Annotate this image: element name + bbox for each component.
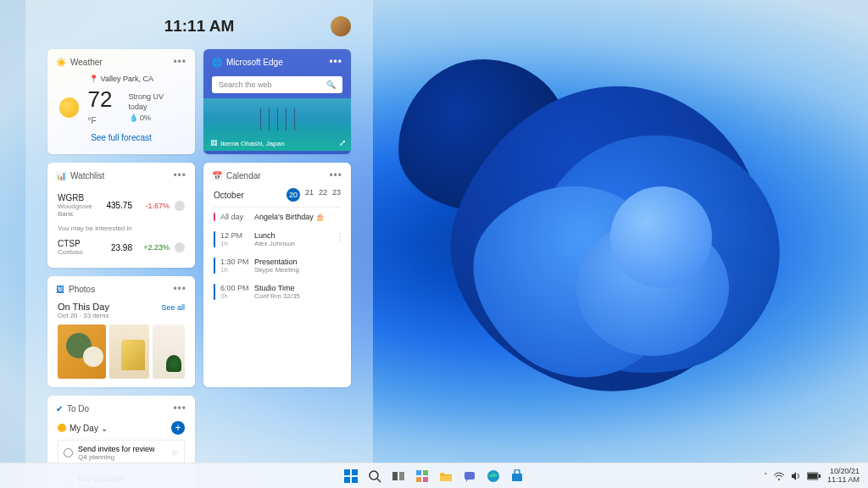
svg-point-16 [778,479,780,480]
chevron-down-icon: ⌄ [101,424,108,433]
edge-photo: 🖼 Ikema Ohashi, Japan ⤢ [203,98,351,151]
card-title: Watchlist [70,171,104,180]
star-icon[interactable]: ☆ [170,447,179,458]
widgets-panel: 11:11 AM ☀️Weather ••• 📍 Valley Park, CA… [25,0,373,488]
taskbar-clock[interactable]: 10/20/21 11:11 AM [827,468,860,485]
stocks-icon: 📊 [56,171,66,180]
card-title: Weather [70,58,103,67]
stock-row[interactable]: WGRBWoodgrove Bank 435.75 -1.67% [58,190,185,221]
more-icon[interactable]: ••• [329,56,342,68]
tray-chevron-icon[interactable]: ˄ [764,472,768,480]
photo-caption: 🖼 Ikema Ohashi, Japan [210,140,285,147]
add-task-button[interactable]: + [171,421,185,435]
watchlist-note: You may be interested in [58,221,185,236]
weather-icon: ☀️ [56,58,66,67]
card-title: Microsoft Edge [226,58,283,67]
photo-thumb[interactable] [153,324,185,379]
store-button[interactable] [507,466,527,486]
battery-icon[interactable] [807,472,821,480]
wifi-icon[interactable] [773,470,785,482]
see-all-link[interactable]: See all [161,303,185,312]
photos-icon: 🖼 [56,285,64,294]
svg-rect-8 [416,470,421,475]
weather-detail: Strong UV today 💧 0% [129,92,183,124]
svg-rect-6 [392,472,398,480]
search-icon: 🔍 [326,80,336,89]
svg-rect-7 [399,472,404,480]
sun-icon [59,97,79,118]
svg-rect-10 [416,477,421,482]
stock-row[interactable]: CTSPContoso 23.98 +2.23% [58,236,185,259]
photo-thumb[interactable] [109,324,149,379]
calendar-event[interactable]: 6:00 PM3h Studio TimeConf Rm 32/35 [214,279,341,305]
weather-location: 📍 Valley Park, CA [59,75,183,83]
calendar-widget[interactable]: 📅Calendar ••• October 20 21 22 23 [203,163,351,387]
calendar-icon: 📅 [212,171,222,180]
svg-rect-12 [440,474,452,475]
svg-rect-1 [352,469,358,475]
svg-rect-2 [344,477,350,483]
more-icon[interactable]: ●●● [339,231,341,241]
photos-meta: Oct 20 · 33 items [58,312,109,319]
calendar-event[interactable]: All day Angela's Birthday 🎂 [214,208,341,226]
widgets-button[interactable] [412,466,432,486]
calendar-event[interactable]: 12 PM1h LunchAlex Johnson ●●● [214,226,341,252]
edge-button[interactable] [483,466,504,486]
panel-clock: 11:11 AM [164,17,235,36]
svg-rect-13 [465,472,475,480]
photos-heading: On This Day [58,302,109,312]
calendar-strip[interactable]: 20 21 22 23 [287,188,341,202]
svg-rect-0 [344,469,350,475]
edge-icon: 🌐 [212,58,222,67]
weather-widget[interactable]: ☀️Weather ••• 📍 Valley Park, CA 72°F Str… [47,49,195,154]
stock-status-icon [175,201,185,211]
taskbar: ˄ 10/20/21 11:11 AM [0,463,868,488]
sun-icon [58,424,66,432]
temperature: 72 [87,86,112,112]
edge-widget[interactable]: 🌐Microsoft Edge ••• Search the web 🔍 🖼 I… [203,49,351,154]
taskbar-center [341,466,527,486]
stock-status-icon [175,242,185,252]
svg-rect-19 [819,474,821,478]
watchlist-widget[interactable]: 📊Watchlist ••• WGRBWoodgrove Bank 435.75… [47,163,195,268]
photo-thumb[interactable] [58,324,106,379]
chat-button[interactable] [459,466,480,486]
checkbox-icon[interactable] [64,448,73,458]
myday-dropdown[interactable]: My Day ⌄ [70,424,171,433]
card-title: To Do [67,404,89,413]
svg-line-5 [377,479,381,482]
svg-point-4 [370,471,378,480]
forecast-link[interactable]: See full forecast [59,128,183,146]
more-icon[interactable]: ••• [173,283,186,295]
task-view-button[interactable] [388,466,409,486]
svg-rect-18 [808,474,817,479]
svg-rect-3 [352,477,358,483]
search-input[interactable]: Search the web 🔍 [212,76,342,93]
svg-rect-9 [423,470,428,475]
more-icon[interactable]: ••• [173,402,186,414]
user-avatar[interactable] [331,16,351,36]
card-title: Photos [69,285,95,294]
search-button[interactable] [364,466,385,486]
photos-widget[interactable]: 🖼Photos ••• On This Day Oct 20 · 33 item… [47,276,195,387]
card-title: Calendar [226,171,261,180]
explorer-button[interactable] [436,466,456,486]
svg-rect-15 [512,474,522,481]
todo-icon: ✔ [56,404,63,413]
calendar-event[interactable]: 1:30 PM1h PresentationSkype Meeting [214,252,341,279]
calendar-month: October [214,191,287,200]
expand-icon[interactable]: ⤢ [339,138,346,147]
more-icon[interactable]: ••• [173,169,186,181]
volume-icon[interactable] [790,470,802,482]
more-icon[interactable]: ••• [173,56,186,68]
start-button[interactable] [341,466,361,486]
more-icon[interactable]: ••• [329,169,342,181]
svg-rect-11 [423,477,428,482]
